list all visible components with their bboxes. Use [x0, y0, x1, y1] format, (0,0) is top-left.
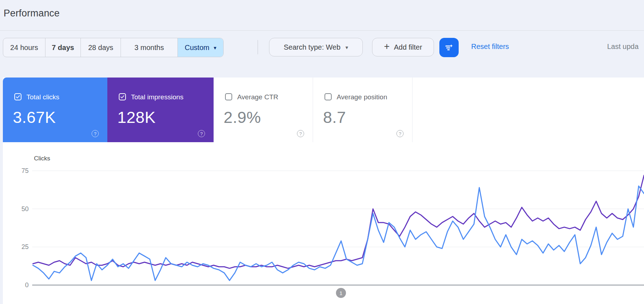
- date-range-label: 28 days: [88, 44, 113, 52]
- card-average-position[interactable]: Average position 8.7 ?: [313, 78, 413, 142]
- date-range-segmented-control: 24 hours 7 days 28 days 3 months Custom …: [3, 38, 224, 57]
- date-range-label: Custom: [185, 44, 209, 52]
- clicks-chart-panel: Clicks 0255075 1: [3, 142, 644, 304]
- performance-line-chart: [3, 142, 644, 304]
- filter-sparkle-button[interactable]: [439, 38, 459, 57]
- date-range-label: 7 days: [52, 44, 74, 52]
- card-label: Total clicks: [26, 93, 59, 101]
- date-range-label: 24 hours: [10, 44, 38, 52]
- search-type-label: Search type: Web: [284, 43, 341, 51]
- card-total-clicks[interactable]: Total clicks 3.67K ?: [3, 78, 107, 142]
- chevron-down-icon: ▾: [214, 45, 216, 50]
- last-updated-text: Last upda: [607, 43, 644, 51]
- card-label: Average position: [337, 93, 387, 101]
- card-label: Total impressions: [131, 93, 184, 101]
- date-range-7-days[interactable]: 7 days: [45, 38, 81, 57]
- pagination-page-1[interactable]: 1: [336, 288, 346, 298]
- help-icon[interactable]: ?: [396, 130, 404, 137]
- date-range-28-days[interactable]: 28 days: [81, 38, 121, 57]
- card-value: 3.67K: [13, 108, 56, 127]
- series-total-impressions: [33, 175, 644, 268]
- help-icon[interactable]: ?: [92, 130, 99, 137]
- date-range-24-hours[interactable]: 24 hours: [3, 38, 45, 57]
- card-average-ctr[interactable]: Average CTR 2.9% ?: [214, 78, 313, 142]
- card-value: 128K: [117, 108, 156, 127]
- header-divider: [0, 30, 644, 31]
- plus-icon: +: [384, 41, 390, 52]
- card-label: Average CTR: [237, 93, 278, 101]
- help-icon[interactable]: ?: [198, 130, 205, 137]
- date-range-custom[interactable]: Custom ▾: [178, 38, 223, 57]
- card-total-impressions[interactable]: Total impressions 128K ?: [107, 78, 214, 142]
- page-title: Performance: [4, 8, 60, 19]
- search-type-dropdown[interactable]: Search type: Web ▾: [269, 38, 363, 56]
- add-filter-label: Add filter: [394, 43, 422, 51]
- help-icon[interactable]: ?: [297, 130, 304, 137]
- date-range-3-months[interactable]: 3 months: [121, 38, 178, 57]
- chevron-down-icon: ▾: [346, 45, 348, 50]
- reset-filters-link[interactable]: Reset filters: [471, 43, 509, 51]
- filter-sparkle-icon: [444, 43, 454, 53]
- metric-cards-panel: Total clicks 3.67K ? Total impressions 1…: [3, 78, 644, 143]
- checkbox-checked-icon: [118, 93, 127, 101]
- add-filter-button[interactable]: + Add filter: [372, 38, 434, 56]
- filters-toolbar: 24 hours 7 days 28 days 3 months Custom …: [0, 38, 644, 57]
- checkbox-checked-icon: [14, 93, 22, 101]
- performance-page: { "header": { "title": "Performance" }, …: [0, 0, 644, 304]
- date-range-label: 3 months: [135, 44, 164, 52]
- checkbox-unchecked-icon: [224, 93, 233, 101]
- toolbar-divider: [258, 40, 258, 54]
- card-value: 2.9%: [224, 108, 261, 127]
- checkbox-unchecked-icon: [324, 93, 332, 101]
- card-value: 8.7: [323, 108, 346, 127]
